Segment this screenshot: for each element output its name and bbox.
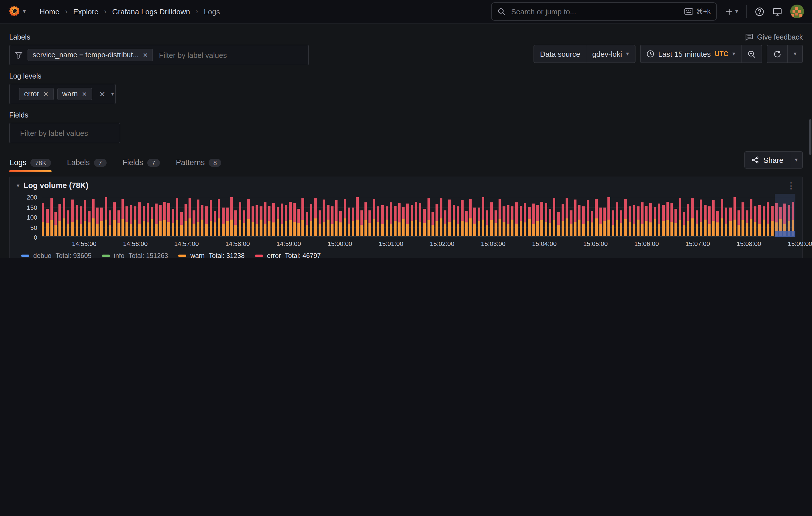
panel-menu-kebab-icon[interactable]: ⋮: [787, 181, 795, 190]
grafana-logo-menu[interactable]: ▾: [8, 5, 26, 18]
error-segment: [243, 210, 245, 223]
chart-bar: [373, 199, 375, 236]
chart-bar: [616, 202, 618, 236]
level-chip[interactable]: warn✕: [57, 88, 92, 100]
global-search-input[interactable]: [510, 7, 679, 16]
warn-segment: [536, 221, 539, 236]
breadcrumb-item[interactable]: Home: [39, 7, 59, 16]
warn-segment: [666, 220, 669, 236]
chart-bar: [323, 199, 325, 236]
warn-segment: [461, 221, 464, 236]
error-segment: [482, 197, 485, 220]
x-axis-tick: 14:55:00: [72, 240, 96, 247]
datasource-value-button[interactable]: gdev-loki ▾: [586, 45, 635, 62]
remove-filter-icon[interactable]: ✕: [143, 51, 148, 59]
clear-levels-icon[interactable]: ✕: [99, 90, 106, 98]
share-chevron-down-icon[interactable]: ▾: [790, 152, 802, 168]
chart-bar: [201, 205, 204, 236]
chart-bar: [763, 207, 765, 236]
warn-segment: [176, 220, 178, 236]
error-segment: [92, 199, 95, 218]
warn-segment: [641, 224, 643, 236]
label-filter-box[interactable]: service_name = tempo-distribut... ✕: [9, 45, 309, 65]
refresh-interval-button[interactable]: ▾: [787, 45, 802, 62]
error-segment: [373, 199, 375, 219]
log-levels-filter-box[interactable]: error✕warn✕ ✕ ▾: [9, 84, 116, 104]
new-button[interactable]: ▾: [725, 7, 738, 16]
warn-segment: [46, 223, 49, 236]
fields-values-input[interactable]: [19, 128, 122, 138]
breadcrumb-item[interactable]: Logs: [204, 7, 220, 16]
legend-item-debug[interactable]: debugTotal: 93605: [21, 252, 91, 258]
error-segment: [767, 202, 769, 224]
chart-bar: [96, 208, 99, 236]
warn-segment: [310, 221, 313, 236]
error-segment: [629, 207, 631, 222]
chart-bar: [469, 199, 472, 236]
breadcrumb-item[interactable]: Explore: [73, 7, 98, 16]
remove-level-icon[interactable]: ✕: [82, 90, 87, 98]
warn-segment: [419, 222, 422, 236]
chart-bar: [59, 204, 61, 236]
chart-bar: [318, 210, 321, 236]
error-segment: [498, 199, 501, 219]
warn-segment: [243, 223, 245, 236]
warn-segment: [473, 224, 476, 236]
chart-bar: [293, 203, 296, 236]
error-segment: [323, 199, 325, 222]
legend-item-error[interactable]: errorTotal: 46797: [255, 252, 321, 258]
warn-segment: [406, 224, 409, 236]
level-chips: error✕warn✕: [19, 88, 92, 100]
help-button[interactable]: [755, 7, 764, 16]
legend-item-warn[interactable]: warnTotal: 31238: [178, 252, 245, 258]
breadcrumb-separator-icon: ›: [196, 7, 198, 16]
time-range-label: Last 15 minutes: [658, 50, 711, 58]
warn-segment: [649, 222, 652, 236]
warn-segment: [746, 223, 748, 236]
tab-patterns[interactable]: Patterns8: [175, 156, 222, 172]
tab-logs[interactable]: Logs78K: [9, 156, 52, 172]
tab-labels[interactable]: Labels7: [66, 156, 107, 172]
chart-bar: [352, 208, 354, 236]
fields-filter-box[interactable]: [9, 123, 120, 143]
chart-bar: [285, 205, 287, 236]
collapse-chevron-icon[interactable]: ▾: [17, 183, 20, 188]
zoom-out-button[interactable]: [741, 45, 761, 62]
remove-level-icon[interactable]: ✕: [43, 90, 49, 98]
label-values-input[interactable]: [158, 50, 304, 60]
chart-bar: [331, 207, 334, 236]
chart-bar: [595, 199, 598, 236]
chart-bar: [758, 205, 761, 236]
error-segment: [511, 207, 514, 220]
levels-chevron-down-icon[interactable]: ▾: [111, 91, 114, 97]
warn-segment: [683, 225, 686, 236]
warn-segment: [188, 218, 191, 236]
chart-bar: [365, 202, 367, 236]
error-segment: [151, 207, 153, 219]
error-segment: [578, 205, 581, 220]
chart-bar: [729, 208, 732, 236]
refresh-button[interactable]: [767, 45, 787, 62]
chart-bar: [771, 206, 774, 236]
page-scrollbar-thumb[interactable]: [809, 119, 811, 155]
legend-item-info[interactable]: infoTotal: 151263: [102, 252, 168, 258]
chart-bar: [541, 202, 543, 236]
error-segment: [381, 205, 384, 224]
error-segment: [59, 204, 61, 221]
chart-bar: [700, 199, 702, 236]
display-button[interactable]: [773, 7, 782, 16]
chart-bars: [42, 197, 794, 237]
global-search[interactable]: ⌘+k: [491, 2, 717, 21]
breadcrumb-item[interactable]: Grafana Logs Drilldown: [112, 7, 190, 16]
give-feedback-link[interactable]: Give feedback: [745, 33, 803, 41]
legend-total: Total: 31238: [209, 252, 244, 258]
chart-bar: [482, 197, 485, 236]
tab-fields[interactable]: Fields7: [122, 156, 161, 172]
level-chip[interactable]: error✕: [19, 88, 54, 100]
chart-bar: [750, 199, 753, 236]
user-avatar[interactable]: [790, 5, 804, 18]
share-button[interactable]: Share: [745, 152, 790, 168]
time-range-button[interactable]: Last 15 minutes UTC ▾: [640, 45, 741, 62]
error-segment: [197, 199, 199, 222]
service-name-filter-chip[interactable]: service_name = tempo-distribut... ✕: [28, 49, 153, 61]
